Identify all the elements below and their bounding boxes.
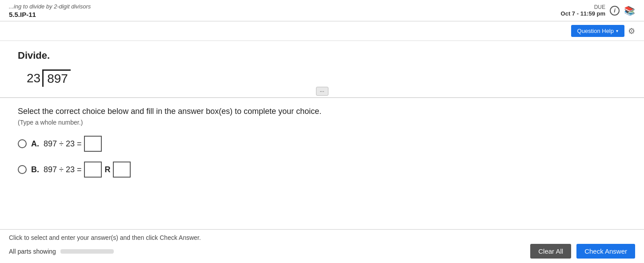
choice-a-equation: 897 ÷ 23 = [44,139,81,149]
check-answer-button[interactable]: Check Answer [576,244,635,259]
bottom-instruction: Click to select and enter your answer(s)… [9,234,635,241]
answer-box-a[interactable] [84,136,102,152]
choice-b-text: 897 ÷ 23 = R [44,162,131,178]
r-label: R [104,165,110,174]
due-label: DUE [561,4,605,10]
radio-a[interactable] [18,139,27,148]
section-label: 5.5.IP-11 [9,11,91,18]
clear-all-button[interactable]: Clear All [530,244,571,259]
bottom-buttons: Clear All Check Answer [530,244,635,259]
dividend-box: 897 [42,69,71,87]
choice-b-equation: 897 ÷ 23 = [44,165,81,174]
due-block: DUE Oct 7 - 11:59 pm [561,4,605,17]
question-help-button[interactable]: Question Help ▾ [571,25,624,37]
choice-a-letter: A. [31,139,39,149]
top-bar: ...ing to divide by 2-digit divisors 5.5… [0,0,644,21]
chevron-down-icon: ▾ [616,28,618,33]
gear-icon[interactable]: ⚙ [628,26,635,36]
radio-b[interactable] [18,165,27,174]
instructions-text: Select the correct choice below and fill… [18,107,626,116]
progress-bar [60,249,114,254]
book-icon[interactable]: 📚 [624,5,635,16]
division-problem: 23 897 [27,69,626,87]
choice-a-text: 897 ÷ 23 = [44,136,102,152]
title-hint: ...ing to divide by 2-digit divisors [9,3,91,10]
bottom-left: All parts showing [9,248,114,255]
instructions-sub: (Type a whole number.) [18,119,626,126]
top-bar-right: DUE Oct 7 - 11:59 pm i 📚 [561,4,635,17]
bottom-bar: Click to select and enter your answer(s)… [0,229,644,263]
info-icon[interactable]: i [610,6,620,16]
problem-instruction: Divide. [18,50,626,61]
all-parts-label: All parts showing [9,248,56,255]
question-help-label: Question Help [577,28,614,34]
question-help-row: Question Help ▾ ⚙ [0,21,644,41]
answer-box-b2[interactable] [113,162,131,178]
top-bar-left: ...ing to divide by 2-digit divisors 5.5… [9,3,91,18]
more-button[interactable]: ··· [316,87,328,96]
choices-container: A. 897 ÷ 23 = B. 897 ÷ 23 = R [18,136,626,178]
choice-b-row: B. 897 ÷ 23 = R [18,162,626,178]
section-divider [0,97,644,98]
bottom-row: All parts showing Clear All Check Answer [9,244,635,259]
main-container: ...ing to divide by 2-digit divisors 5.5… [0,0,644,263]
divisor: 23 [27,69,42,85]
choice-a-row: A. 897 ÷ 23 = [18,136,626,152]
due-date: Oct 7 - 11:59 pm [561,10,605,17]
answer-box-b1[interactable] [84,162,102,178]
choice-b-letter: B. [31,165,39,174]
content-area: Divide. 23 897 ··· Select the correct ch… [0,41,644,229]
dividend: 897 [47,72,68,86]
